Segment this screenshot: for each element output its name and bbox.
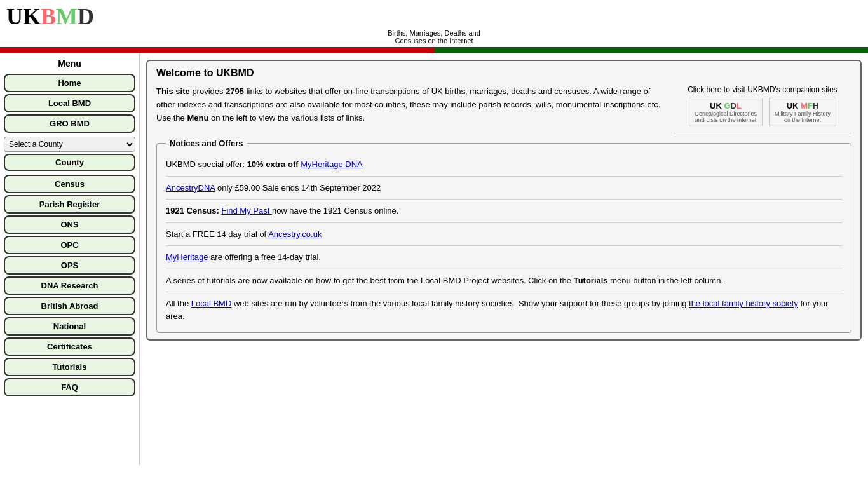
logo-text: UKBMD	[6, 5, 862, 28]
logo-b: B	[41, 4, 56, 29]
welcome-intro-bold: This site	[156, 86, 190, 96]
sidebar-item-national[interactable]: National	[4, 317, 135, 336]
welcome-link-count: 2795	[226, 86, 244, 96]
notice5-suffix: are offering a free 14-day trial.	[210, 252, 321, 262]
ukgdl-logo[interactable]: UK GDL Genealogical Directories and List…	[689, 98, 763, 126]
sidebar-item-parish-register[interactable]: Parish Register	[4, 195, 135, 214]
header: UKBMD Births, Marriages, Deaths and Cens…	[0, 0, 868, 48]
notice4-prefix: Start a FREE 14 day trial of	[166, 229, 268, 239]
companion-logos: UK GDL Genealogical Directories and List…	[674, 98, 851, 126]
notice6-bold: Tutorials	[574, 276, 608, 285]
notice-item-1: UKBMD special offer: 10% extra off MyHer…	[166, 153, 842, 177]
notice-item-7: All the Local BMD web sites are run by v…	[166, 292, 842, 327]
sidebar-item-ons[interactable]: ONS	[4, 215, 135, 234]
companion-title: Click here to visit UKBMD's companion si…	[674, 85, 851, 94]
welcome-body2: on the left to view the various lists of…	[211, 113, 365, 123]
companion-box: Click here to visit UKBMD's companion si…	[674, 85, 851, 139]
notices-fieldset: Notices and Offers UKBMD special offer: …	[156, 139, 851, 333]
ukmfh-logo[interactable]: UK MFH Military Family History on the In…	[769, 98, 836, 126]
logo-d: D	[78, 4, 94, 29]
welcome-box: Welcome to UKBMD This site provides 2795…	[146, 60, 862, 341]
notice-item-2: AncestryDNA only £59.00 Sale ends 14th S…	[166, 177, 842, 200]
notice3-link[interactable]: Find My Past	[221, 206, 271, 215]
notices-legend: Notices and Offers	[166, 139, 247, 148]
notice5-link[interactable]: MyHeritage	[166, 252, 208, 262]
welcome-title: Welcome to UKBMD	[156, 67, 851, 79]
content-area: Welcome to UKBMD This site provides 2795…	[140, 53, 868, 465]
notice1-bold: 10% extra off	[247, 159, 299, 169]
sidebar-item-faq[interactable]: FAQ	[4, 378, 135, 396]
notice-item-6: A series of tutorials are now available …	[166, 269, 842, 293]
notice6-suffix: menu button in the left column.	[610, 276, 723, 285]
color-bar	[0, 48, 868, 53]
notice1-link[interactable]: MyHeritage DNA	[301, 159, 363, 169]
notice7-link1[interactable]: Local BMD	[191, 299, 232, 308]
sidebar-item-home[interactable]: Home	[4, 74, 135, 92]
county-select-area: Select a County County	[4, 137, 135, 171]
welcome-menu-word: Menu	[187, 113, 208, 123]
logo-subtitle: Births, Marriages, Deaths and Censuses o…	[6, 29, 862, 44]
notice-item-5: MyHeritage are offering a free 14-day tr…	[166, 246, 842, 269]
notice7-middle: web sites are run by volunteers from the…	[234, 299, 689, 308]
welcome-provides: provides	[192, 86, 226, 96]
county-select[interactable]: Select a County	[4, 137, 135, 152]
notice7-prefix: All the	[166, 299, 191, 308]
sidebar-item-certificates[interactable]: Certificates	[4, 337, 135, 356]
sidebar-item-british-abroad[interactable]: British Abroad	[4, 297, 135, 315]
welcome-inner: This site provides 2795 links to website…	[156, 85, 851, 139]
notice3-suffix: now have the 1921 Census online.	[272, 206, 398, 215]
sidebar-item-local-bmd[interactable]: Local BMD	[4, 94, 135, 112]
notice3-bold: 1921 Census:	[166, 206, 221, 215]
logo-uk: UK	[6, 4, 41, 29]
notice2-suffix: only £59.00 Sale ends 14th September 202…	[217, 183, 381, 193]
sidebar-item-tutorials[interactable]: Tutorials	[4, 358, 135, 376]
sidebar: Menu Home Local BMD GRO BMD Select a Cou…	[0, 53, 140, 465]
notice-item-3: 1921 Census: Find My Past now have the 1…	[166, 200, 842, 223]
notice1-prefix: UKBMD special offer:	[166, 159, 247, 169]
sidebar-item-census[interactable]: Census	[4, 175, 135, 193]
notice2-link[interactable]: AncestryDNA	[166, 183, 215, 193]
notice-item-4: Start a FREE 14 day trial of Ancestry.co…	[166, 223, 842, 247]
sidebar-title: Menu	[4, 58, 135, 69]
sidebar-item-dna-research[interactable]: DNA Research	[4, 276, 135, 295]
companion-divider	[674, 133, 851, 133]
sidebar-item-gro-bmd[interactable]: GRO BMD	[4, 114, 135, 133]
sidebar-item-ops[interactable]: OPS	[4, 256, 135, 274]
logo-container: UKBMD Births, Marriages, Deaths and Cens…	[6, 5, 862, 44]
sidebar-item-opc[interactable]: OPC	[4, 236, 135, 254]
notice6-prefix: A series of tutorials are now available …	[166, 276, 574, 285]
logo-m: M	[56, 4, 78, 29]
county-button[interactable]: County	[4, 154, 135, 171]
main-layout: Menu Home Local BMD GRO BMD Select a Cou…	[0, 53, 868, 465]
welcome-text: This site provides 2795 links to website…	[156, 85, 665, 139]
notice7-link2[interactable]: the local family history society	[689, 299, 798, 308]
notice4-link[interactable]: Ancestry.co.uk	[268, 229, 322, 239]
